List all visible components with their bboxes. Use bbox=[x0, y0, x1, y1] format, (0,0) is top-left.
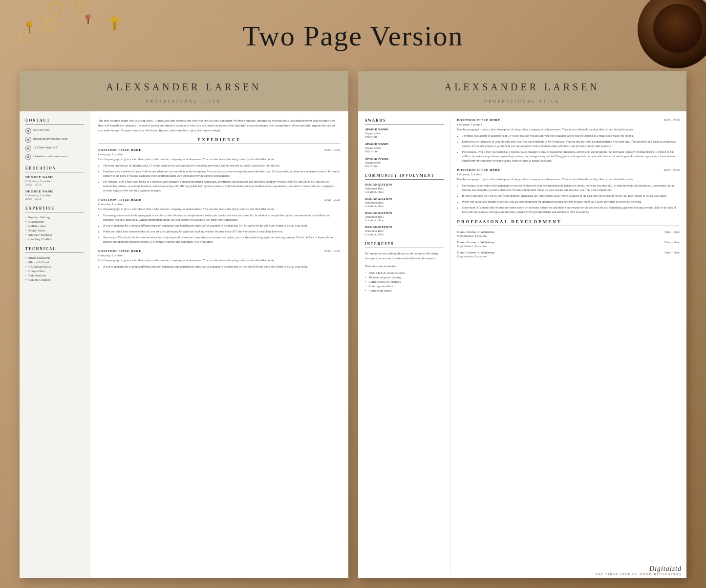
community-1: ORGANIZATION Volunteer Role Location, Da… bbox=[365, 183, 444, 193]
resume-2-title: PROFESSIONAL TITLE bbox=[368, 96, 677, 104]
resume-1-title: PROFESSIONAL TITLE bbox=[29, 96, 339, 104]
contact-section: CONTACT 555-555-555 digitalstd.etsy@gmai… bbox=[25, 118, 84, 160]
r2-exp-entry-2: Position Title Here 2022 – 2023 Company,… bbox=[457, 168, 680, 214]
r2-exp-1-header: Position Title Here 2022 – 2023 bbox=[457, 118, 680, 122]
prof-dev-1: Class, Course or Workshop Organization, … bbox=[457, 230, 680, 237]
expertise-title: EXPERTISE bbox=[25, 206, 84, 212]
r2-exp-2-bullets: Use strong action verbs in this paragrap… bbox=[457, 184, 680, 214]
email-icon bbox=[25, 137, 31, 143]
edu-entry-2: DEGREE NAME University, Location 2014 – … bbox=[25, 189, 84, 200]
resume-1-header: ALEXSANDER LARSEN PROFESSIONAL TITLE bbox=[20, 71, 348, 111]
community-2: ORGANIZATION Volunteer Role Location, Da… bbox=[365, 197, 444, 208]
exp-1-bullets: The most crucial part of tailoring your … bbox=[98, 164, 341, 193]
brand-tagline: THE FIRST STEP OF GOOD BEGINNINGS bbox=[595, 573, 682, 576]
prof-dev-2: Class, Course or Workshop Organization, … bbox=[457, 240, 680, 248]
resume-page-2: ALEXSANDER LARSEN PROFESSIONAL TITLE AWA… bbox=[358, 71, 687, 578]
interests-section: INTERESTS To humanize your job applicati… bbox=[365, 242, 444, 292]
prof-dev-title: PROFESSIONAL DEVELOPMENT bbox=[457, 219, 680, 226]
community-4: ORGANIZATION Volunteer Role Location, Da… bbox=[365, 225, 444, 236]
contact-phone: 555-555-555 bbox=[25, 127, 84, 134]
interests-title: INTERESTS bbox=[365, 242, 444, 248]
r2-exp-1-bullets: The most crucial part of tailoring your … bbox=[457, 134, 680, 163]
award-2: AWARD NAME Organization Year Here bbox=[365, 142, 444, 153]
exp-2-header: Position Title Here 2022 – 2023 bbox=[98, 198, 341, 202]
education-section: EDUCATION DEGREE NAME University, Locati… bbox=[25, 166, 84, 200]
exp-entry-2: Position Title Here 2022 – 2023 Company,… bbox=[98, 198, 341, 244]
community-3: ORGANIZATION Volunteer Role Location, Da… bbox=[365, 211, 444, 222]
brand-watermark: Digitalstd THE FIRST STEP OF GOOD BEGINN… bbox=[595, 565, 682, 576]
prof-dev-3: Class, Course or Workshop Organization, … bbox=[457, 251, 680, 258]
education-title: EDUCATION bbox=[25, 166, 84, 172]
experience-title: EXPERIENCE bbox=[98, 137, 341, 144]
page-title: Two Page Version bbox=[0, 20, 706, 52]
expertise-section: EXPERTISE Problem Solving Adaptability C… bbox=[25, 206, 84, 241]
resume-1-name: ALEXSANDER LARSEN bbox=[29, 82, 339, 93]
exp-2-bullets: Use strong action verbs in this paragrap… bbox=[98, 213, 341, 244]
contact-linkedin: Linkedin.com/in/usarname bbox=[25, 154, 84, 160]
r2-exp-entry-1: Position Title Here 2022 – 2023 Company,… bbox=[457, 118, 680, 163]
community-title: COMMUNITY INVOLVMENT bbox=[365, 173, 444, 180]
resume-2-name: ALEXSANDER LARSEN bbox=[368, 82, 677, 93]
resumes-container: ALEXSANDER LARSEN PROFESSIONAL TITLE CON… bbox=[20, 71, 686, 578]
awards-title: AWARDS bbox=[365, 118, 444, 125]
resume-2-left-col: AWARDS AWARD NAME Organization Year Here… bbox=[365, 118, 450, 573]
exp-entry-3: Position Title Here 2022 – 2023 Company,… bbox=[98, 249, 341, 269]
resume-1-main: The best resumes begin with a strong pit… bbox=[90, 111, 348, 578]
resume-page-1: ALEXSANDER LARSEN PROFESSIONAL TITLE CON… bbox=[20, 71, 348, 578]
exp-3-header: Position Title Here 2022 – 2023 bbox=[98, 249, 341, 253]
exp-entry-1: Position Title Here 2022 – 2023 Company,… bbox=[98, 148, 341, 193]
award-1: AWARD NAME Organization Year Here bbox=[365, 127, 444, 138]
linkedin-icon bbox=[25, 154, 31, 160]
exp-1-header: Position Title Here 2022 – 2023 bbox=[98, 148, 341, 152]
exp-3-bullets: If you're applying for a job in a differ… bbox=[98, 265, 341, 269]
intro-text: The best resumes begin with a strong pit… bbox=[98, 118, 341, 132]
resume-2-body: AWARDS AWARD NAME Organization Year Here… bbox=[358, 111, 687, 578]
location-icon bbox=[25, 146, 31, 151]
resume-1-body: CONTACT 555-555-555 digitalstd.etsy@gmai… bbox=[20, 111, 348, 578]
r2-exp-2-header: Position Title Here 2022 – 2023 bbox=[457, 168, 680, 172]
community-section: COMMUNITY INVOLVMENT ORGANIZATION Volunt… bbox=[365, 173, 444, 236]
resume-2-header: ALEXSANDER LARSEN PROFESSIONAL TITLE bbox=[358, 71, 687, 111]
technical-section: TECHNICAL Email Marketing Microsoft Exce… bbox=[25, 247, 84, 281]
contact-email: digitalstd.etsy@gmail.com bbox=[25, 136, 84, 143]
brand-name: Digitalstd bbox=[595, 565, 682, 573]
technical-title: TECHNICAL bbox=[25, 247, 84, 253]
resume-2-right-col: Position Title Here 2022 – 2023 Company,… bbox=[450, 118, 680, 573]
page-title-area: Two Page Version bbox=[0, 20, 706, 52]
contact-address: 123 New York, NY bbox=[25, 145, 84, 151]
prof-dev-section: PROFESSIONAL DEVELOPMENT Class, Course o… bbox=[457, 219, 680, 258]
phone-icon bbox=[25, 128, 31, 134]
award-3: AWARD NAME Organization Year Here bbox=[365, 157, 444, 168]
resume-1-sidebar: CONTACT 555-555-555 digitalstd.etsy@gmai… bbox=[20, 111, 90, 578]
edu-entry-1: DEGREE NAME University, Location 2013 – … bbox=[25, 175, 84, 186]
contact-title: CONTACT bbox=[25, 118, 84, 125]
awards-section: AWARDS AWARD NAME Organization Year Here… bbox=[365, 118, 444, 168]
